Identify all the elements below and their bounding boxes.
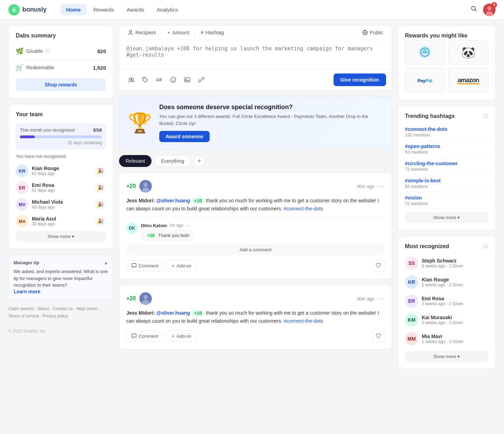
hashtag-name[interactable]: #simple-is-best bbox=[405, 178, 488, 183]
comment-action-button[interactable]: Comment bbox=[126, 260, 163, 271]
comment-menu-button[interactable]: ··· bbox=[185, 223, 191, 228]
team-member-info: Michael Viola 49 days ago bbox=[32, 199, 91, 210]
learn-more-link[interactable]: Learn more bbox=[14, 289, 40, 294]
filter-everything[interactable]: Everything bbox=[154, 155, 191, 167]
shop-rewards-button[interactable]: Shop rewards bbox=[16, 78, 106, 91]
rec-name[interactable]: Kian Rouge bbox=[422, 277, 488, 282]
award-someone-button[interactable]: Award someone bbox=[159, 131, 210, 142]
hashtag-mentions: 192 mentions bbox=[405, 133, 488, 138]
recognize-member-button[interactable]: 🎉 bbox=[95, 165, 106, 176]
status-link[interactable]: Status bbox=[37, 306, 49, 311]
public-button[interactable]: Public bbox=[357, 26, 389, 40]
addon-action-button[interactable]: + Add-on bbox=[166, 260, 196, 271]
hashtag-name[interactable]: #circling-the-customer bbox=[405, 161, 488, 166]
post-menu-button[interactable]: ··· bbox=[377, 183, 385, 190]
rec-avatar: KM bbox=[405, 313, 418, 327]
post-mention[interactable]: @oliver.huang bbox=[156, 198, 190, 203]
emoji-button[interactable] bbox=[167, 74, 180, 86]
give-recognition-button[interactable]: Give recognition bbox=[334, 74, 386, 86]
info-icon[interactable]: ⓘ bbox=[483, 243, 488, 250]
post-hashtag[interactable]: #connect-the-dots bbox=[284, 318, 323, 324]
nav-awards[interactable]: Awards bbox=[121, 4, 150, 15]
svg-text:WFP: WFP bbox=[423, 49, 427, 51]
like-button[interactable] bbox=[372, 259, 385, 272]
group-icon-button[interactable] bbox=[125, 74, 138, 86]
plus-icon: + bbox=[172, 263, 174, 268]
post-mention[interactable]: @oliver.huang bbox=[156, 310, 190, 316]
tip-title: Manager tip bbox=[14, 260, 39, 265]
like-button[interactable] bbox=[372, 330, 385, 342]
rec-name[interactable]: Steph Schwarz bbox=[422, 258, 488, 264]
reward-item-wwf[interactable]: 🐼 bbox=[448, 40, 488, 65]
link-button[interactable] bbox=[195, 74, 208, 86]
amount-button[interactable]: + Amount bbox=[162, 26, 195, 40]
team-member-info: Maria Azul 30 days ago bbox=[32, 216, 91, 226]
svg-point-12 bbox=[131, 78, 133, 80]
award-description: You can give out 3 different awards: Ful… bbox=[159, 113, 383, 127]
group-icon bbox=[128, 77, 134, 83]
terms-link[interactable]: Terms of service bbox=[8, 314, 39, 318]
nav-home[interactable]: Home bbox=[61, 4, 86, 15]
post-points: +20 bbox=[126, 295, 136, 302]
recognize-member-button[interactable]: 🎉 bbox=[95, 216, 106, 227]
reward-item-wfp[interactable]: WFP bbox=[405, 40, 445, 65]
post-menu-button[interactable]: ··· bbox=[377, 295, 385, 302]
rec-name[interactable]: Emi Rosa bbox=[422, 296, 488, 301]
tag-icon-button[interactable] bbox=[139, 74, 152, 86]
hashtag-name[interactable]: #connect-the-dots bbox=[405, 126, 488, 132]
post-meta: 30m ago ··· bbox=[357, 183, 385, 190]
recognize-member-button[interactable]: 🎉 bbox=[95, 182, 106, 193]
main-nav: Home Rewards Awards Analytics bbox=[61, 4, 470, 15]
logo[interactable]: b bonusly bbox=[8, 4, 47, 15]
hashtag-name[interactable]: #open-patterns bbox=[405, 144, 488, 149]
search-button[interactable] bbox=[470, 5, 477, 14]
team-member-row: ER Emi Rosa 51 days ago 🎉 bbox=[16, 179, 106, 196]
hashtag-button[interactable]: # Hashtag bbox=[195, 26, 230, 40]
info-icon[interactable]: ⓘ bbox=[46, 48, 50, 54]
team-member-row: MV Michael Viola 49 days ago 🎉 bbox=[16, 196, 106, 213]
show-more-recognized-button[interactable]: Show more ▾ bbox=[405, 351, 488, 362]
filter-add-button[interactable]: + bbox=[194, 155, 205, 167]
rec-name[interactable]: Mia Mavi bbox=[422, 334, 488, 339]
help-center-link[interactable]: Help center bbox=[76, 306, 98, 311]
reward-item-paypal[interactable]: PayPal bbox=[405, 68, 445, 93]
rec-meta: 2 weeks ago · 3 Given bbox=[422, 320, 488, 325]
info-icon[interactable]: ⓘ bbox=[483, 113, 488, 119]
reward-item-amazon[interactable]: amazon bbox=[448, 68, 488, 93]
collapse-tip-button[interactable]: ▲ bbox=[104, 260, 108, 265]
addon-action-button[interactable]: + Add-on bbox=[166, 330, 196, 342]
rec-meta: 2 weeks ago · 2 Given bbox=[422, 282, 488, 287]
contact-us-link[interactable]: Contact us bbox=[53, 306, 73, 311]
gif-button[interactable]: GIF bbox=[153, 74, 166, 86]
team-member-avatar: MV bbox=[16, 198, 28, 211]
comment-text: Thank you both bbox=[158, 233, 189, 238]
recognize-member-button[interactable]: 🎉 bbox=[95, 199, 106, 210]
wfp-logo: WFP bbox=[418, 45, 432, 60]
recognized-item: MM Mia Mavi 1 weeks ago · 3 Given bbox=[405, 329, 488, 348]
compose-input[interactable] bbox=[119, 40, 392, 68]
comment-content: Dhru Katom 1m ago ··· +10 Thank you both bbox=[141, 223, 194, 241]
rewards-card: Rewards you might like WFP 🐼 bbox=[398, 25, 496, 100]
left-sidebar: Dabs summary 🌿 Givable ⓘ 820 🛒 Redeemabl… bbox=[8, 25, 113, 369]
add-comment-button[interactable]: Add a comment bbox=[126, 244, 385, 255]
progress-bar-fill bbox=[20, 135, 35, 138]
show-more-team-button[interactable]: Show more ▾ bbox=[16, 231, 106, 242]
svg-point-11 bbox=[129, 78, 131, 80]
claim-awards-link[interactable]: Claim awards bbox=[8, 306, 34, 311]
filter-relevant[interactable]: Relevant bbox=[119, 155, 152, 167]
rec-info: Steph Schwarz 3 weeks ago · 2 Given bbox=[422, 258, 488, 268]
show-more-hashtags-button[interactable]: Show more ▾ bbox=[405, 212, 488, 223]
rewards-title: Rewards you might like bbox=[405, 33, 488, 39]
post-actions: Comment + Add-on bbox=[126, 330, 385, 342]
team-member-name: Maria Azul bbox=[32, 216, 91, 222]
post-hashtag[interactable]: #connect-the-dots bbox=[284, 206, 323, 211]
nav-rewards[interactable]: Rewards bbox=[88, 4, 120, 15]
privacy-link[interactable]: Privacy policy bbox=[42, 314, 68, 318]
image-button[interactable] bbox=[181, 74, 194, 86]
comment-action-button[interactable]: Comment bbox=[126, 331, 163, 342]
recipient-button[interactable]: Recipient bbox=[122, 26, 161, 40]
nav-analytics[interactable]: Analytics bbox=[151, 4, 183, 15]
user-avatar-wrapper[interactable]: 4 bbox=[483, 4, 496, 16]
rec-name[interactable]: Kai Murasaki bbox=[422, 315, 488, 320]
hashtag-name[interactable]: #vision bbox=[405, 195, 488, 201]
